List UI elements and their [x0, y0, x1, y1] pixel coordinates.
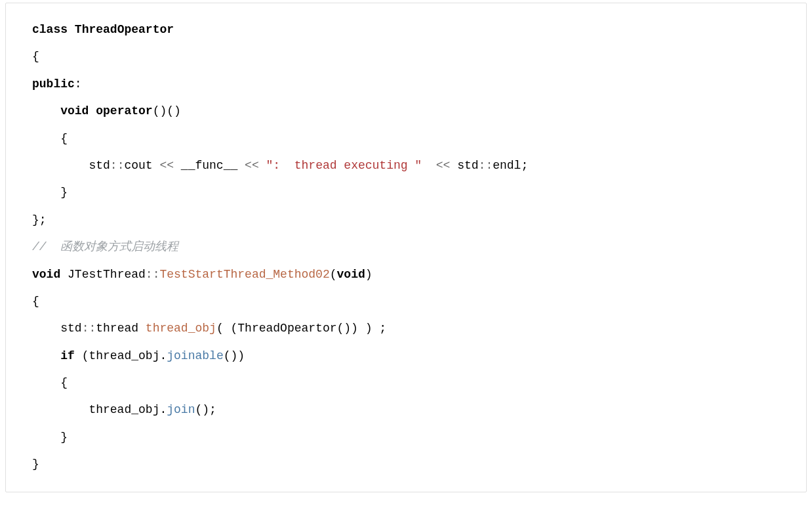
space	[68, 23, 75, 36]
comment: // 函数对象方式启动线程	[32, 240, 178, 253]
code-line-2: {	[32, 43, 780, 70]
code-block: class ThreadOpeartor { public: void oper…	[5, 3, 807, 492]
double-colon: ::	[146, 268, 160, 281]
open: (thread_obj.	[82, 349, 167, 362]
stream-op: <<	[436, 159, 451, 172]
keyword-void: void	[60, 104, 89, 118]
endl: endl;	[493, 159, 528, 172]
method-name: joinable	[167, 349, 223, 362]
func-macro: __func__	[174, 159, 245, 172]
close-paren: )	[365, 268, 373, 281]
indent	[32, 349, 60, 362]
space	[89, 104, 96, 118]
keyword-public: public	[32, 77, 75, 91]
open-paren: (	[330, 268, 337, 281]
obj: thread_obj.	[32, 403, 167, 416]
code-line-1: class ThreadOpeartor	[32, 16, 780, 43]
code-line-18: }	[32, 424, 780, 451]
std: std	[450, 159, 478, 172]
indent	[32, 104, 60, 118]
space	[75, 349, 82, 362]
close: ())	[224, 349, 245, 362]
code-line-4: void operator()()	[32, 98, 780, 125]
stream-op: <<	[245, 159, 259, 172]
keyword-if: if	[60, 349, 75, 362]
class-name: ThreadOpeartor	[75, 23, 174, 36]
parens: ( (ThreadOpeartor()) ) ;	[216, 322, 386, 335]
space	[60, 268, 68, 281]
double-colon: ::	[82, 322, 96, 335]
method-name: join	[167, 403, 195, 416]
code-line-6: std::cout << __func__ << ": thread execu…	[32, 152, 780, 179]
keyword-void: void	[32, 268, 60, 281]
thread-type: thread	[96, 322, 146, 335]
space	[422, 159, 436, 172]
class-name: JTestThread	[68, 268, 146, 281]
keyword-void: void	[337, 268, 365, 281]
std: std	[32, 159, 110, 172]
code-line-13: {	[32, 288, 780, 315]
code-line-7: }	[32, 179, 780, 206]
keyword-class: class	[32, 23, 68, 36]
code-line-5: {	[32, 125, 780, 152]
code-line-17: thread_obj.join();	[32, 397, 780, 423]
code-line-19: }	[32, 451, 780, 478]
space	[259, 159, 266, 172]
code-line-11: // 函数对象方式启动线程	[32, 234, 780, 261]
string-literal: ": thread executing "	[266, 159, 422, 172]
cout: cout	[124, 159, 159, 172]
code-line-3: public:	[32, 71, 780, 98]
code-line-15: if (thread_obj.joinable())	[32, 343, 780, 370]
code-line-16: {	[32, 370, 780, 397]
keyword-operator: operator	[96, 104, 152, 118]
code-line-9: };	[32, 207, 780, 234]
code-line-14: std::thread thread_obj( (ThreadOpeartor(…	[32, 315, 780, 342]
stream-op: <<	[159, 159, 174, 172]
parens: ()()	[153, 104, 181, 118]
std: std	[32, 322, 82, 335]
double-colon: ::	[110, 159, 125, 172]
close: ();	[195, 403, 216, 416]
code-line-12: void JTestThread::TestStartThread_Method…	[32, 261, 780, 288]
function-name: TestStartThread_Method02	[159, 268, 329, 281]
double-colon: ::	[479, 159, 493, 172]
variable: thread_obj	[146, 322, 216, 335]
colon: :	[75, 77, 82, 91]
